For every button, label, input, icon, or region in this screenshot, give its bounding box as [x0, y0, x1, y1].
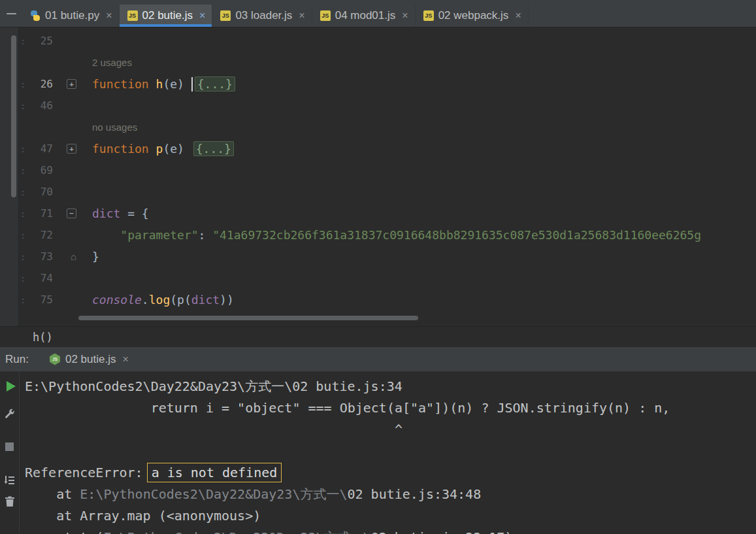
- editor-line: :46: [19, 95, 756, 116]
- console-line: [25, 441, 756, 462]
- close-icon[interactable]: ×: [402, 10, 408, 22]
- editor-line: :26+function h(e) {...}: [19, 73, 756, 95]
- ide-window: 01 butie.py×JS02 butie.js×JS03 loader.js…: [0, 0, 756, 534]
- breadcrumb[interactable]: h(): [33, 331, 53, 344]
- editor-line: :75console.log(p(dict)): [19, 289, 756, 310]
- close-icon[interactable]: ×: [299, 10, 304, 22]
- play-icon: [7, 381, 16, 392]
- horizontal-scrollbar[interactable]: [78, 316, 418, 320]
- tab-label: 04 mod01.js: [335, 9, 396, 22]
- close-icon[interactable]: ×: [106, 10, 112, 22]
- gutter-mark: :: [19, 187, 27, 197]
- close-icon[interactable]: ×: [199, 10, 205, 22]
- console-line: at E:\PythonCodes2\Day22&Day23\方式一\02 bu…: [25, 484, 756, 505]
- scroll-to-end-button[interactable]: [3, 474, 17, 487]
- fold-marker-end[interactable]: ⌂: [71, 251, 76, 262]
- line-number: 71: [27, 207, 57, 220]
- tab-01-butie-py[interactable]: 01 butie.py×: [22, 5, 120, 27]
- line-number: 47: [27, 142, 57, 155]
- gutter-mark: :: [19, 252, 27, 262]
- fold-marker-plus[interactable]: +: [67, 144, 76, 154]
- run-tool-window-header: Run: JS 02 butie.js ×: [0, 347, 756, 372]
- rerun-button[interactable]: [3, 380, 17, 393]
- tab-02-butie-js[interactable]: JS02 butie.js×: [120, 5, 213, 27]
- gutter-mark: :: [19, 165, 27, 176]
- run-tab[interactable]: JS 02 butie.js ×: [44, 347, 134, 371]
- gutter-mark: :: [19, 79, 27, 90]
- fold-marker-minus[interactable]: −: [67, 209, 76, 218]
- left-gutter-strip: [0, 27, 19, 326]
- python-file-icon: [30, 10, 41, 21]
- file-link[interactable]: 02 butie.js:33:17): [371, 529, 513, 534]
- editor-tab-bar: 01 butie.py×JS02 butie.js×JS03 loader.js…: [0, 0, 756, 27]
- editor-line: :72 "parameter": "41a69732cb266f361a3183…: [19, 224, 756, 246]
- file-link[interactable]: E:\PythonCodes2\Day22&Day23\方式一\: [103, 529, 370, 534]
- console-line: at t (E:\PythonCodes2\Day22&Day23\方式一\02…: [25, 527, 756, 534]
- gutter-mark: :: [19, 101, 27, 111]
- vertical-scrollbar[interactable]: [11, 35, 16, 197]
- settings-button[interactable]: [3, 407, 17, 420]
- tab-04-mod01-js[interactable]: JS04 mod01.js×: [312, 5, 416, 27]
- gutter-mark: :: [19, 209, 27, 219]
- tab-02-webpack-js[interactable]: JS02 webpack.js×: [416, 5, 529, 27]
- tab-label: 02 webpack.js: [438, 9, 509, 22]
- text-cursor: [191, 77, 193, 92]
- run-toolbar: [0, 372, 20, 534]
- gutter-mark: :: [19, 230, 27, 241]
- console-line: E:\PythonCodes2\Day22&Day23\方式一\02 butie…: [25, 376, 756, 397]
- stop-button[interactable]: [3, 440, 17, 453]
- trash-icon: [5, 495, 15, 507]
- line-number: 72: [27, 229, 57, 241]
- gutter-mark: :: [19, 273, 27, 284]
- editor-line: :73⌂}: [19, 246, 756, 267]
- gutter-mark: :: [19, 36, 27, 46]
- breadcrumb-bar: h(): [0, 326, 756, 347]
- folded-region[interactable]: {...}: [195, 76, 235, 92]
- console-output[interactable]: E:\PythonCodes2\Day22&Day23\方式一\02 butie…: [20, 372, 756, 534]
- console-line: return i = "object" === Object(a["a"])(n…: [25, 397, 756, 419]
- js-file-icon: JS: [320, 10, 331, 21]
- editor-area[interactable]: :252 usages:26+function h(e) {...}:46no …: [0, 27, 756, 326]
- line-number: 69: [27, 164, 57, 176]
- console-line: at Array.map (<anonymous>): [25, 505, 756, 527]
- tab-label: 01 butie.py: [45, 9, 99, 22]
- close-icon[interactable]: ×: [515, 10, 521, 22]
- folded-region[interactable]: {...}: [193, 141, 234, 156]
- clear-all-button[interactable]: [3, 495, 17, 508]
- fold-marker-plus[interactable]: +: [67, 79, 76, 89]
- editor-line: :69: [19, 159, 756, 181]
- editor-line: :25: [19, 30, 756, 52]
- line-number: 75: [27, 293, 57, 306]
- console-line: ^: [25, 419, 756, 441]
- file-link[interactable]: 02 butie.js:34:48: [348, 486, 482, 502]
- tab-list: 01 butie.py×JS02 butie.js×JS03 loader.js…: [22, 5, 529, 27]
- usages-annotation: no usages: [19, 116, 756, 138]
- usages-label[interactable]: no usages: [83, 122, 137, 133]
- js-file-icon: JS: [423, 10, 434, 21]
- usages-label[interactable]: 2 usages: [83, 57, 132, 68]
- line-number: 46: [27, 99, 57, 112]
- editor-line: :70: [19, 181, 756, 203]
- line-number: 74: [27, 272, 57, 284]
- run-tab-label: 02 butie.js: [65, 353, 116, 366]
- gutter-mark: :: [19, 295, 27, 305]
- run-console-panel: E:\PythonCodes2\Day22&Day23\方式一\02 butie…: [0, 372, 756, 534]
- line-number: 26: [27, 78, 57, 90]
- editor-line: :74: [19, 267, 756, 289]
- js-file-icon: JS: [127, 10, 138, 21]
- scroll-down-icon: [4, 475, 16, 486]
- close-icon[interactable]: ×: [122, 354, 128, 365]
- console-line: ReferenceError:a is not defined: [25, 462, 756, 484]
- editor-lines: :252 usages:26+function h(e) {...}:46no …: [19, 27, 756, 326]
- tab-label: 03 loader.js: [235, 9, 292, 22]
- tab-label: 02 butie.js: [142, 9, 193, 22]
- usages-annotation: 2 usages: [19, 52, 756, 73]
- line-number: 25: [27, 35, 57, 47]
- js-file-icon: JS: [220, 10, 231, 21]
- menu-icon: [7, 13, 16, 14]
- file-link[interactable]: E:\PythonCodes2\Day22&Day23\方式一\: [80, 486, 347, 502]
- line-number: 73: [27, 250, 57, 263]
- main-menu-button[interactable]: [0, 0, 22, 27]
- line-number: 70: [27, 186, 57, 198]
- tab-03-loader-js[interactable]: JS03 loader.js×: [212, 5, 312, 27]
